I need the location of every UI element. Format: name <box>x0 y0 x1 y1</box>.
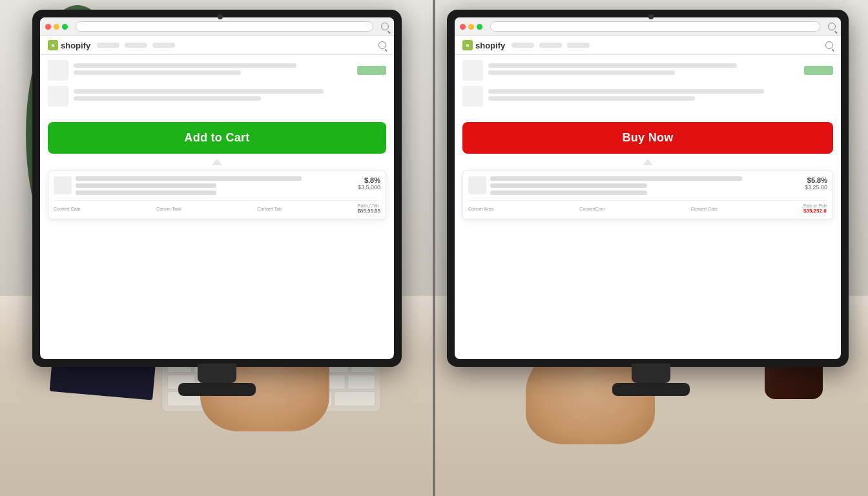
left-analytics-header: $.8% $3,5,000 <box>54 176 380 198</box>
right-url-bar[interactable] <box>490 21 820 32</box>
right-webcam-dot <box>648 14 654 19</box>
left-webcam-dot <box>218 14 223 19</box>
right-analytics-header: $5.8% $3,25.00 <box>468 176 827 198</box>
left-product-line-1 <box>74 63 296 68</box>
left-footer-label-4: Ratio / Tab <box>357 203 380 208</box>
right-traffic-lights <box>460 24 482 30</box>
right-nav-item-3 <box>567 43 590 48</box>
right-analytics-card: $5.8% $3,25.00 Conner Area ConvertCom Co… <box>462 170 833 220</box>
right-product-row-2 <box>462 86 833 107</box>
left-nav-item-2 <box>125 43 147 48</box>
left-nav-item-3 <box>152 43 175 48</box>
right-product-info-1 <box>488 63 799 78</box>
right-analytics-title-line-2 <box>490 183 647 188</box>
left-shopify-logo-icon: S <box>48 40 58 50</box>
left-product-info-1 <box>74 63 352 78</box>
right-monitor-screen: S shopify <box>455 17 841 359</box>
left-analytics-title-line-2 <box>76 183 216 188</box>
right-nav-items <box>512 43 590 48</box>
right-shopify-nav: S shopify <box>455 36 841 55</box>
right-analytics-stats: $5.8% $3,25.00 <box>805 176 827 191</box>
right-browser-search-icon[interactable] <box>828 23 836 30</box>
left-shopify-nav: S shopify <box>40 36 394 55</box>
left-tl-yellow[interactable] <box>54 24 59 30</box>
right-analytics-title-line-3 <box>490 191 647 195</box>
left-monitor-screen: S shopify <box>40 17 394 359</box>
left-product-badge-1 <box>357 66 386 75</box>
right-product-thumb-2 <box>462 86 483 107</box>
left-nav-item-1 <box>97 43 119 48</box>
left-analytics-footer: Convert Gate Conver Task Convert Tab Rat… <box>54 200 380 214</box>
add-to-cart-button[interactable]: Add to Cart <box>48 122 386 154</box>
right-nav-search-icon[interactable] <box>825 41 833 49</box>
right-monitor-stand <box>632 364 670 383</box>
left-product-thumb-1 <box>48 60 68 81</box>
left-monitor-base <box>178 383 256 396</box>
right-product-area <box>455 55 841 117</box>
right-footer-label-4: Fals er Fale <box>803 203 827 208</box>
left-product-row-2 <box>48 86 386 107</box>
right-footer-col-3: Convert Cate <box>691 207 718 211</box>
left-footer-label-2: Conver Task <box>156 207 181 211</box>
right-monitor-outer: S shopify <box>447 10 849 367</box>
right-tl-red[interactable] <box>460 24 466 30</box>
left-tl-green[interactable] <box>62 24 68 30</box>
left-footer-col-2: Conver Task <box>156 207 181 211</box>
right-arrow-pointer <box>462 159 833 167</box>
right-browser-chrome <box>455 17 841 36</box>
right-cta-container: Buy Now <box>455 117 841 159</box>
right-footer-label-2: ConvertCom <box>579 207 604 211</box>
left-product-row-1 <box>48 60 386 81</box>
right-footer-col-1: Conner Area <box>468 207 493 211</box>
right-analytics-title-block <box>490 176 805 198</box>
right-nav-item-2 <box>539 43 562 48</box>
right-shopify-text: shopify <box>475 41 505 50</box>
left-url-bar[interactable] <box>76 21 373 32</box>
left-footer-value-4: $85,95,85 <box>357 208 380 214</box>
right-monitor-base <box>612 383 690 396</box>
left-shopify-text: shopify <box>61 41 90 50</box>
left-tl-red[interactable] <box>45 24 51 30</box>
right-product-line-1 <box>488 63 737 68</box>
left-product-thumb-2 <box>48 86 68 107</box>
left-traffic-lights <box>45 24 68 30</box>
right-product-line-4 <box>488 96 695 101</box>
right-footer-value-4: $35,252.0 <box>803 208 827 214</box>
right-tl-yellow[interactable] <box>468 24 474 30</box>
left-footer-col-1: Convert Gate <box>54 207 81 211</box>
right-footer-label-3: Convert Cate <box>691 207 718 211</box>
left-footer-col-4: Ratio / Tab $85,95,85 <box>357 203 380 214</box>
left-analytics-title-line-1 <box>76 176 302 181</box>
left-nav-items <box>97 43 175 48</box>
left-footer-label-3: Convert Tab <box>257 207 282 211</box>
right-product-badge-1 <box>804 66 833 75</box>
right-monitor-section: S shopify <box>434 0 868 496</box>
left-analytics-revenue: $3,5,000 <box>358 184 380 191</box>
left-arrow-pointer <box>48 159 386 167</box>
left-monitor-stand <box>198 364 236 383</box>
left-product-line-3 <box>74 89 324 94</box>
right-shopify-logo-icon: S <box>462 40 473 50</box>
right-footer-col-4: Fals er Fale $35,252.0 <box>803 203 827 214</box>
right-tl-green[interactable] <box>477 24 482 30</box>
left-analytics-card: $.8% $3,5,000 Convert Gate Conver Task C… <box>48 170 386 220</box>
right-shopify-logo: S shopify <box>462 40 505 50</box>
left-footer-label-1: Convert Gate <box>54 207 81 211</box>
right-nav-item-1 <box>512 43 534 48</box>
left-product-area <box>40 55 394 117</box>
right-product-line-2 <box>488 70 675 75</box>
right-analytics-revenue: $3,25.00 <box>805 184 827 191</box>
left-footer-col-3: Convert Tab <box>257 207 282 211</box>
right-footer-label-1: Conner Area <box>468 207 493 211</box>
left-browser-chrome <box>40 17 394 36</box>
right-analytics-rate: $5.8% <box>805 176 827 184</box>
left-analytics-rate: $.8% <box>358 176 380 184</box>
left-shopify-logo: S shopify <box>48 40 90 50</box>
left-nav-search-icon[interactable] <box>378 41 386 49</box>
left-product-info-2 <box>74 89 386 103</box>
left-browser-search-icon[interactable] <box>381 23 389 30</box>
buy-now-button[interactable]: Buy Now <box>462 122 833 154</box>
right-product-row-1 <box>462 60 833 81</box>
right-product-thumb-1 <box>462 60 483 81</box>
left-analytics-thumb <box>54 176 72 194</box>
